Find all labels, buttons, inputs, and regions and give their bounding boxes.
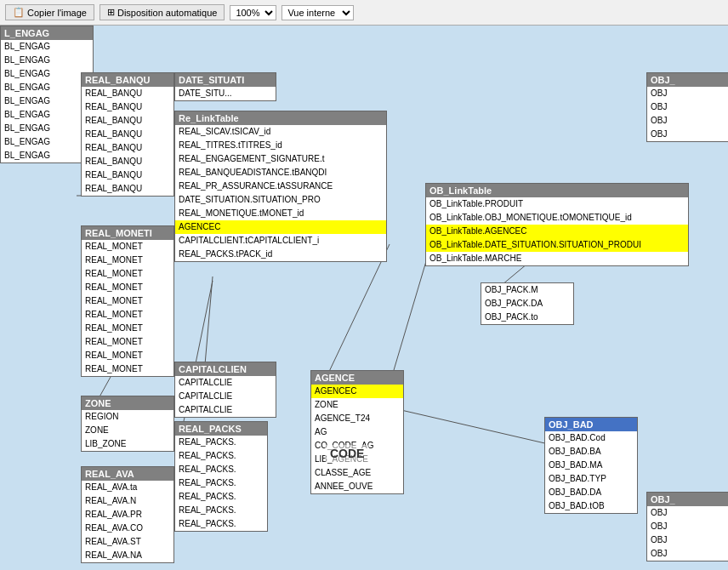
table-header-re-linktable: Re_LinkTable: [175, 111, 386, 125]
table-row: REAL_MONET: [82, 267, 173, 281]
table-obj-top-right: OBJ_ OBJ OBJ OBJ OBJ: [646, 72, 728, 142]
toolbar: 📋 Copier l'image ⊞ Disposition automatiq…: [0, 0, 728, 26]
table-row: OBJ: [647, 114, 728, 128]
table-row: REGION: [82, 410, 173, 424]
table-header-zone: ZONE: [82, 396, 173, 410]
table-row: OBJ_BAD.Cod: [545, 431, 637, 445]
table-row-ob-agencec: OB_LinkTable.AGENCEC: [426, 225, 688, 238]
table-ob-linktable: OB_LinkTable OB_LinkTable.PRODUIT OB_Lin…: [425, 183, 689, 266]
table-row: OBJ_BAD.BA: [545, 445, 637, 459]
table-header-real-banqu: REAL_BANQU: [82, 73, 173, 87]
table-row: OBJ_BAD.tOB: [545, 499, 637, 513]
table-row: REAL_PACKS.: [175, 449, 267, 463]
table-row-ob-date-situation: OB_LinkTable.DATE_SITUATION.SITUATION_PR…: [426, 238, 688, 252]
table-row: REAL_TITRES.tTITRES_id: [175, 139, 386, 152]
table-real-packs: REAL_PACKS REAL_PACKS. REAL_PACKS. REAL_…: [174, 421, 268, 532]
table-row: OBJ: [647, 87, 728, 100]
table-row: REAL_MONET: [82, 349, 173, 362]
table-row-agencec: AGENCEC: [311, 385, 403, 398]
table-row: ZONE: [82, 424, 173, 437]
zoom-select[interactable]: 100% 75% 50% 150%: [230, 5, 276, 20]
table-row: CAPITALCLIENT.tCAPITALCLIENT_i: [175, 234, 386, 248]
table-row: REAL_MONET: [82, 335, 173, 349]
table-row: REAL_BANQUEADISTANCE.tBANQDI: [175, 166, 386, 180]
table-row: REAL_MONET: [82, 362, 173, 376]
table-header-capitalclien: CAPITALCLIEN: [175, 362, 276, 376]
table-row: OBJ_BAD.DA: [545, 486, 637, 499]
table-row: REAL_MONETIQUE.tMONET_id: [175, 207, 386, 220]
table-row: BL_ENGAG: [1, 81, 93, 94]
table-row: REAL_MONET: [82, 322, 173, 335]
table-row: REAL_AVA.PR: [82, 508, 173, 522]
table-row: REAL_MONET: [82, 254, 173, 267]
table-row: BL_ENGAG: [1, 40, 93, 54]
table-row: REAL_BANQU: [82, 87, 173, 100]
table-row: REAL_BANQU: [82, 155, 173, 168]
table-zone: ZONE REGION ZONE LIB_ZONE: [81, 396, 174, 452]
table-obj-bottom-right: OBJ_ OBJ OBJ OBJ OBJ: [646, 492, 728, 561]
table-row: OBJ: [647, 128, 728, 141]
table-row: OB_LinkTable.MARCHE: [426, 252, 688, 265]
table-row: BL_ENGAG: [1, 108, 93, 122]
table-row: REAL_PR_ASSURANCE.tASSURANCE: [175, 180, 386, 193]
code-label: CODE: [325, 445, 369, 462]
table-row: CAPITALCLIE: [175, 390, 276, 403]
table-row: REAL_MONET: [82, 240, 173, 254]
table-row: BL_ENGAG: [1, 149, 93, 162]
table-row: REAL_PACKS.: [175, 436, 267, 449]
table-row: REAL_AVA.NA: [82, 549, 173, 562]
table-row: OBJ_PACK.M: [481, 283, 573, 297]
table-row: BL_ENGAG: [1, 67, 93, 81]
table-row: OB_LinkTable.OBJ_MONETIQUE.tOMONETIQUE_i…: [426, 211, 688, 225]
table-row: BL_ENGAG: [1, 54, 93, 67]
table-row: LIB_ZONE: [82, 437, 173, 451]
table-row: CAPITALCLIE: [175, 403, 276, 417]
table-row: OBJ: [647, 533, 728, 547]
auto-layout-button[interactable]: ⊞ Disposition automatique: [100, 4, 225, 20]
table-header-real-ava: REAL_AVA: [82, 467, 173, 481]
table-obj-pack: OBJ_PACK.M OBJ_PACK.DA OBJ_PACK.to: [481, 282, 574, 325]
table-header-real-packs: REAL_PACKS: [175, 422, 267, 436]
table-header-real-moneti: REAL_MONETI: [82, 226, 173, 240]
table-row: REAL_MONET: [82, 294, 173, 308]
table-row: REAL_MONET: [82, 281, 173, 294]
table-row: REAL_BANQU: [82, 114, 173, 128]
table-row: BL_ENGAG: [1, 94, 93, 108]
svg-line-2: [394, 408, 549, 444]
table-row: DATE_SITUATION.SITUATION_PRO: [175, 193, 386, 207]
table-row: REAL_AVA.CO: [82, 522, 173, 535]
copy-icon: 📋: [13, 7, 25, 18]
table-row: REAL_AVA.ta: [82, 481, 173, 494]
table-row: CAPITALCLIE: [175, 376, 276, 390]
table-real-engag: L_ENGAG BL_ENGAG BL_ENGAG BL_ENGAG BL_EN…: [0, 26, 94, 163]
table-row: OBJ_PACK.DA: [481, 297, 573, 311]
table-row: REAL_PACKS.: [175, 476, 267, 490]
table-row-agencec-re: AGENCEC: [175, 220, 386, 234]
table-row: OBJ: [647, 547, 728, 561]
table-row: REAL_PACKS.tPACK_id: [175, 248, 386, 261]
copy-image-button[interactable]: 📋 Copier l'image: [5, 4, 94, 20]
table-header-real-engag: L_ENGAG: [1, 26, 93, 40]
table-row: AG: [311, 425, 403, 439]
table-agence: AGENCE AGENCEC ZONE AGENCE_T24 AG CO_COD…: [310, 370, 404, 494]
table-row: REAL_PACKS.: [175, 504, 267, 517]
table-row: REAL_PACKS.: [175, 463, 267, 476]
svg-line-4: [204, 276, 213, 374]
table-header-obj-bad: OBJ_BAD: [545, 418, 637, 431]
table-row: REAL_AVA.N: [82, 494, 173, 508]
table-row: AGENCE_T24: [311, 412, 403, 425]
table-row: REAL_BANQU: [82, 128, 173, 141]
table-row: REAL_BANQU: [82, 141, 173, 155]
table-header-ob-linktable: OB_LinkTable: [426, 184, 688, 197]
table-row: REAL_SICAV.tSICAV_id: [175, 125, 386, 139]
view-select[interactable]: Vue interne Vue externe: [282, 5, 354, 20]
table-re-linktable: Re_LinkTable REAL_SICAV.tSICAV_id REAL_T…: [174, 111, 387, 262]
table-row: REAL_PACKS.: [175, 517, 267, 531]
table-row: REAL_AVA.ST: [82, 535, 173, 549]
table-row: OBJ: [647, 100, 728, 114]
table-row: BL_ENGAG: [1, 135, 93, 149]
table-row: REAL_BANQU: [82, 168, 173, 182]
table-header-agence: AGENCE: [311, 371, 403, 385]
table-row: ZONE: [311, 398, 403, 412]
table-date-situati: DATE_SITUATI DATE_SITU...: [174, 72, 276, 101]
